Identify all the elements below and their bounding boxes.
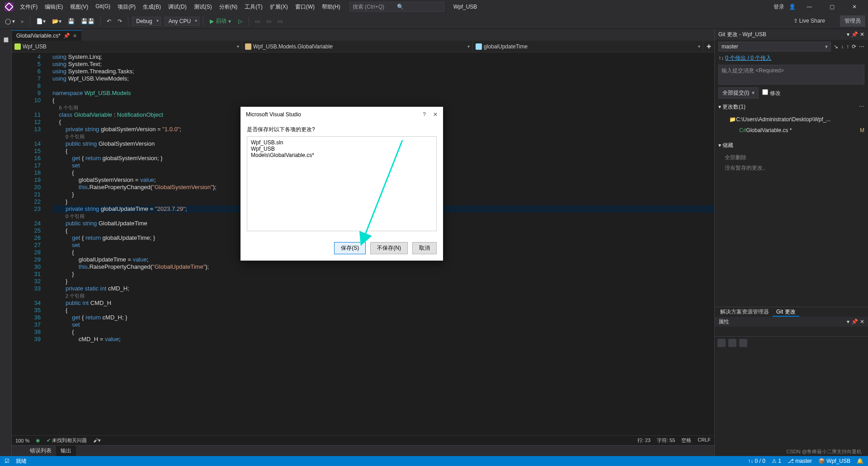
pull-icon[interactable]: ↓: [841, 43, 844, 50]
col-indicator[interactable]: 字符: 55: [657, 437, 675, 444]
status-branch[interactable]: ⎇ master: [788, 458, 812, 464]
changed-file[interactable]: C# GlobalVariable.cs *M: [718, 126, 864, 134]
more-icon[interactable]: ⋯: [859, 103, 864, 109]
close-tab-icon[interactable]: ✕: [73, 33, 77, 39]
class-icon: [245, 43, 251, 50]
zoom-level[interactable]: 100 %: [15, 438, 29, 443]
field-icon: [476, 43, 482, 50]
nav-back-button[interactable]: ◯ ▾: [3, 17, 17, 26]
pin-icon[interactable]: 📌: [63, 33, 70, 39]
vtab-toolbox[interactable]: 工具箱: [0, 29, 1, 456]
menu-item[interactable]: 帮助(H): [318, 1, 344, 13]
menu-item[interactable]: Git(G): [92, 1, 114, 13]
status-warnings[interactable]: ⚠ 1: [772, 458, 781, 464]
open-button[interactable]: 📂▾: [50, 17, 64, 26]
checkbox-icon[interactable]: ☑: [5, 458, 9, 464]
vtab-server-explorer[interactable]: 服务器资源管理器: [1, 29, 11, 456]
sync-icon[interactable]: ⟳: [852, 43, 856, 50]
amend-checkbox[interactable]: 修改: [762, 89, 780, 97]
menu-item[interactable]: 文件(F): [16, 1, 41, 13]
tab-solution-explorer[interactable]: 解决方案资源管理器: [717, 307, 773, 317]
menu-item[interactable]: 生成(B): [139, 1, 165, 13]
menu-item[interactable]: 视图(V): [66, 1, 92, 13]
save-all-button[interactable]: 💾💾: [79, 17, 97, 26]
menu-item[interactable]: 测试(S): [190, 1, 216, 13]
tool-icon[interactable]: ▭: [275, 17, 285, 26]
search-box[interactable]: 搜索 (Ctrl+Q) 🔍: [349, 2, 444, 12]
close-icon[interactable]: ✕: [433, 111, 438, 118]
close-panel-icon[interactable]: ✕: [860, 319, 864, 325]
tab-git-changes[interactable]: Git 更改: [773, 307, 799, 317]
notifications-icon[interactable]: 🔔: [857, 458, 863, 464]
tab-error-list[interactable]: 错误列表: [25, 446, 56, 456]
save-button[interactable]: 💾: [66, 17, 77, 26]
admin-badge: 管理员: [840, 15, 865, 27]
close-panel-icon[interactable]: ✕: [860, 31, 864, 38]
tab-output[interactable]: 输出: [56, 446, 76, 456]
save-button[interactable]: 保存(S): [334, 242, 366, 254]
split-icon[interactable]: ✚: [703, 41, 714, 52]
right-panel-tabs: 解决方案资源管理器 Git 更改: [715, 307, 868, 317]
menu-item[interactable]: 编辑(E): [41, 1, 66, 13]
status-repo[interactable]: 📦 Wpf_USB: [818, 458, 850, 464]
wrench-icon[interactable]: [739, 339, 747, 347]
liveshare-button[interactable]: ⇪ Live Share: [791, 16, 827, 25]
redo-button[interactable]: ↷: [115, 17, 124, 26]
tool-icon[interactable]: ▭: [253, 17, 262, 26]
menu-item[interactable]: 扩展(X): [266, 1, 292, 13]
branch-combo[interactable]: master: [718, 42, 831, 52]
file-tab[interactable]: GlobalVariable.cs* 📌 ✕: [12, 30, 81, 41]
stash-empty: 没有暂存的更改。: [718, 164, 864, 172]
user-icon[interactable]: 👤: [789, 4, 796, 10]
line-indicator[interactable]: 行: 23: [637, 437, 651, 444]
categorize-icon[interactable]: [717, 339, 726, 347]
nav-fwd-button[interactable]: ▸: [19, 17, 26, 26]
menu-item[interactable]: 分析(N): [216, 1, 241, 13]
nav-project[interactable]: Wpf_USB: [12, 41, 242, 52]
stash-group[interactable]: 储藏: [718, 140, 864, 151]
search-icon: 🔍: [397, 4, 441, 10]
new-button[interactable]: 📄▾: [34, 17, 48, 26]
right-panel: Git 更改 - Wpf_USB ▾📌✕ master ↘ ↓ ↑ ⟳ ⋯ ↑↓…: [714, 29, 868, 456]
pin-icon[interactable]: 📌: [851, 31, 858, 38]
sync-status[interactable]: ↑↓ 0 个传出 / 0 个传入: [718, 54, 864, 62]
platform-combo[interactable]: Any CPU: [165, 17, 199, 26]
start-nodebug-button[interactable]: ▷: [236, 17, 245, 25]
commit-all-button[interactable]: 全部提交(I): [718, 87, 759, 99]
maximize-button[interactable]: ▢: [823, 0, 841, 13]
changes-group[interactable]: 更改数(1)⋯: [718, 101, 864, 113]
fetch-icon[interactable]: ↘: [834, 43, 838, 50]
dropdown-icon[interactable]: ▾: [847, 31, 849, 38]
close-button[interactable]: ✕: [845, 0, 863, 13]
cancel-button[interactable]: 取消: [412, 242, 437, 254]
changes-path[interactable]: 📁 C:\Users\Administrator\Desktop\Wpf_...: [718, 115, 864, 124]
menu-item[interactable]: 工具(T): [241, 1, 266, 13]
minimize-button[interactable]: —: [800, 0, 818, 13]
menu-item[interactable]: 窗口(W): [292, 1, 318, 13]
start-debug-button[interactable]: ▶ 启动 ▾: [207, 16, 234, 26]
menu-item[interactable]: 项目(P): [114, 1, 139, 13]
dropdown-icon[interactable]: ▾: [847, 319, 849, 325]
status-errors[interactable]: ↑↓ 0 / 0: [748, 458, 765, 464]
login-link[interactable]: 登录: [774, 3, 784, 11]
config-combo[interactable]: Debug: [132, 17, 160, 26]
list-item: Models\GlobalVariable.cs*: [251, 152, 433, 158]
git-changes-body: master ↘ ↓ ↑ ⟳ ⋯ ↑↓ 0 个传出 / 0 个传入 输入提交消息…: [715, 40, 868, 174]
undo-button[interactable]: ↶: [104, 17, 113, 26]
indent-indicator[interactable]: 空格: [681, 437, 691, 444]
nav-member[interactable]: globalUpdateTime: [473, 41, 703, 52]
eol-indicator[interactable]: CRLF: [698, 437, 711, 444]
tool-icon[interactable]: ▭: [264, 17, 274, 26]
stash-delete-all[interactable]: 全部删除: [718, 154, 864, 162]
push-icon[interactable]: ↑: [846, 43, 849, 50]
alpha-icon[interactable]: [728, 339, 736, 347]
dont-save-button[interactable]: 不保存(N): [370, 242, 408, 254]
brush-icon[interactable]: 🖌▾: [93, 437, 101, 443]
commit-message-input[interactable]: 输入提交消息 <Required>: [718, 65, 864, 85]
pin-icon[interactable]: 📌: [851, 319, 858, 325]
nav-type[interactable]: Wpf_USB.Models.GlobalVariable: [242, 41, 473, 52]
menu-item[interactable]: 调试(D): [165, 1, 190, 13]
more-icon[interactable]: ⋯: [859, 43, 864, 50]
help-icon[interactable]: ?: [423, 111, 426, 118]
watermark: CSDN @鲁棒最小二乘支持向量机: [787, 448, 862, 455]
